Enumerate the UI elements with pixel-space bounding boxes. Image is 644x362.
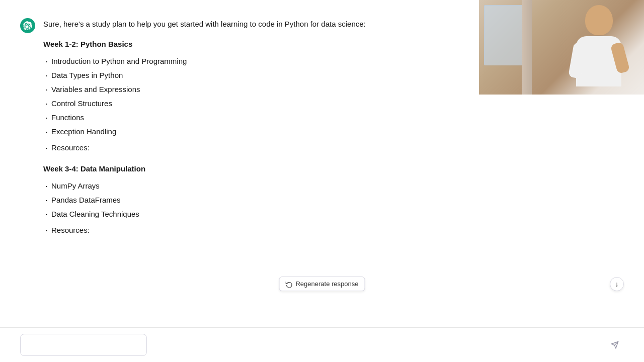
main-container: Sure, here's a study plan to help you ge…: [0, 0, 644, 327]
list-item: NumPy Arrays: [43, 180, 476, 192]
chat-input[interactable]: [20, 334, 147, 356]
message-content: Sure, here's a study plan to help you ge…: [43, 18, 476, 245]
person-silhouette: [564, 5, 634, 95]
week1-resources-label: Resources:: [43, 142, 476, 154]
list-item: Introduction to Python and Programming: [43, 55, 476, 67]
video-overlay: [479, 0, 644, 95]
scroll-down-button[interactable]: ↓: [610, 277, 624, 291]
week2-heading: Week 3-4: Data Manipulation: [43, 163, 476, 175]
chevron-down-icon: ↓: [615, 280, 619, 288]
input-area: [0, 327, 644, 362]
intro-text: Sure, here's a study plan to help you ge…: [43, 18, 476, 30]
resources-label: Resources:: [43, 142, 476, 154]
regenerate-button[interactable]: Regenerate response: [279, 277, 365, 291]
video-feed: [479, 0, 644, 95]
week1-block: Week 1-2: Python Basics Introduction to …: [43, 38, 476, 154]
week2-block: Week 3-4: Data Manipulation NumPy Arrays…: [43, 163, 476, 236]
list-item: Control Structures: [43, 98, 476, 110]
send-button[interactable]: [611, 341, 619, 349]
week2-resources-label: Resources:: [43, 224, 476, 236]
send-icon: [611, 341, 619, 349]
week1-heading: Week 1-2: Python Basics: [43, 38, 476, 50]
week1-topics: Introduction to Python and Programming D…: [43, 55, 476, 138]
list-item: Variables and Expressions: [43, 83, 476, 96]
list-item: Functions: [43, 112, 476, 124]
list-item: Data Cleaning Techniques: [43, 208, 476, 220]
regenerate-label: Regenerate response: [295, 280, 358, 288]
list-item: Pandas DataFrames: [43, 194, 476, 206]
list-item: Exception Handling: [43, 126, 476, 138]
person-head: [585, 5, 613, 35]
column-detail: [522, 0, 532, 95]
background-window: [484, 5, 524, 65]
week2-topics: NumPy Arrays Pandas DataFrames Data Clea…: [43, 180, 476, 220]
list-item: Data Types in Python: [43, 69, 476, 81]
person-hair: [583, 1, 615, 26]
resources-label: Resources:: [43, 224, 476, 236]
regenerate-icon: [285, 281, 292, 288]
input-wrapper: [20, 334, 624, 356]
assistant-avatar: [20, 18, 35, 33]
